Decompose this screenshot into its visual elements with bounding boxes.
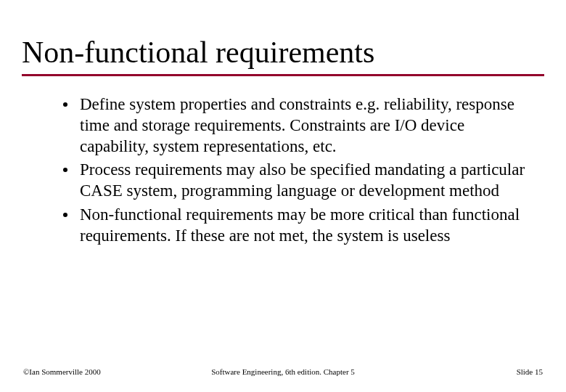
- bullet-text: Process requirements may also be specifi…: [80, 160, 537, 202]
- footer: ©Ian Sommerville 2000 Software Engineeri…: [0, 367, 566, 376]
- footer-book: Software Engineering, 6th edition. Chapt…: [197, 367, 370, 376]
- slide-title: Non-functional requirements: [22, 35, 544, 73]
- list-item: Non-functional requirements may be more …: [51, 205, 537, 247]
- bullet-icon: [51, 94, 80, 107]
- bullet-list: Define system properties and constraints…: [51, 94, 537, 249]
- footer-slide-no: Slide 15: [369, 367, 543, 376]
- slide: Non-functional requirements Define syste…: [0, 0, 566, 392]
- footer-copyright: ©Ian Sommerville 2000: [23, 367, 197, 376]
- list-item: Process requirements may also be specifi…: [51, 160, 537, 202]
- bullet-text: Define system properties and constraints…: [80, 94, 537, 157]
- bullet-text: Non-functional requirements may be more …: [80, 205, 537, 247]
- bullet-icon: [51, 205, 80, 217]
- title-block: Non-functional requirements: [22, 35, 544, 76]
- title-underline: [22, 74, 544, 76]
- bullet-icon: [51, 160, 80, 172]
- list-item: Define system properties and constraints…: [51, 94, 537, 157]
